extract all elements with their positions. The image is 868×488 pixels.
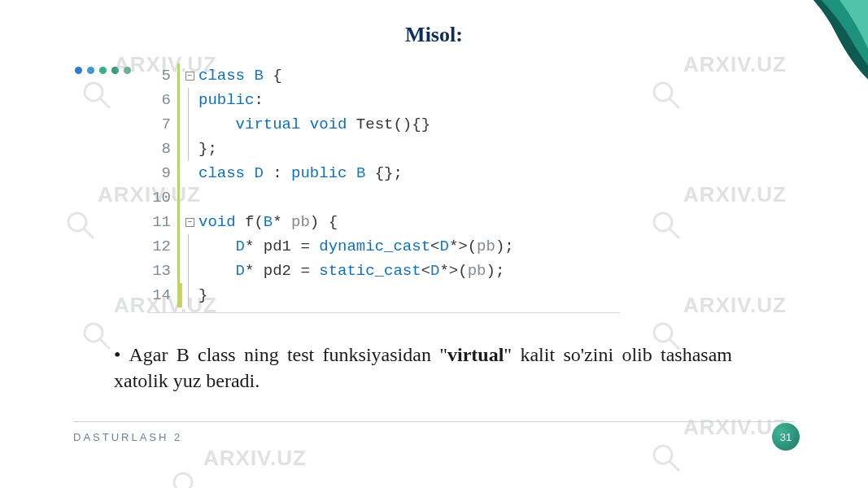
watermark-text: ARXIV.UZ bbox=[683, 415, 787, 440]
svg-point-14 bbox=[654, 446, 672, 464]
bullet-bold: virtual bbox=[447, 344, 504, 365]
gutter-marker bbox=[176, 283, 184, 307]
code-line: 12 D* pd1 = dynamic_cast<D*>(pb); bbox=[148, 234, 652, 259]
svg-point-0 bbox=[85, 83, 103, 101]
line-number: 8 bbox=[148, 140, 176, 158]
magnifier-icon bbox=[63, 208, 98, 242]
fold-toggle-icon: − bbox=[184, 210, 195, 234]
footer-label: DASTURLASH 2 bbox=[73, 431, 182, 443]
magnifier-icon bbox=[649, 208, 683, 242]
code-line: 6public: bbox=[148, 88, 652, 112]
fold-guide bbox=[184, 112, 195, 137]
gutter-marker bbox=[176, 137, 184, 161]
watermark-text: ARXIV.UZ bbox=[203, 446, 307, 471]
watermark-text: ARXIV.UZ bbox=[683, 293, 787, 318]
corner-decoration bbox=[656, 0, 868, 146]
code-text: }; bbox=[195, 140, 217, 158]
svg-line-5 bbox=[84, 229, 93, 237]
magnifier-icon bbox=[80, 319, 114, 353]
gutter-marker bbox=[176, 112, 184, 137]
svg-line-15 bbox=[670, 461, 678, 470]
code-text: } bbox=[195, 286, 207, 304]
magnifier-icon bbox=[80, 78, 114, 112]
gutter-marker bbox=[176, 88, 184, 112]
gutter-marker bbox=[176, 161, 184, 185]
code-text: D* pd1 = dynamic_cast<D*>(pb); bbox=[195, 237, 514, 255]
code-line: 7 virtual void Test(){} bbox=[148, 112, 652, 137]
magnifier-icon bbox=[169, 468, 203, 488]
code-text: virtual void Test(){} bbox=[195, 115, 430, 133]
fold-empty bbox=[184, 161, 195, 185]
gutter-marker bbox=[176, 259, 184, 283]
gutter-marker bbox=[176, 210, 184, 234]
svg-line-1 bbox=[100, 98, 109, 107]
code-line: 10 bbox=[148, 185, 652, 210]
code-line: 14} bbox=[148, 283, 652, 307]
fold-guide bbox=[184, 259, 195, 283]
fold-empty bbox=[184, 185, 195, 210]
svg-point-8 bbox=[85, 324, 103, 342]
code-block: 5−class B {6public:7 virtual void Test()… bbox=[148, 63, 652, 307]
line-number: 14 bbox=[148, 286, 176, 304]
line-number: 6 bbox=[148, 91, 176, 109]
bullet-pre: Agar B class ning test funksiyasidan " bbox=[129, 344, 447, 365]
code-line: 5−class B { bbox=[148, 63, 652, 88]
code-line: 8}; bbox=[148, 137, 652, 161]
line-number: 10 bbox=[148, 189, 176, 207]
gutter-marker bbox=[176, 63, 184, 88]
explanation-text: •Agar B class ning test funksiyasidan "v… bbox=[114, 342, 732, 394]
magnifier-icon bbox=[649, 441, 683, 475]
svg-point-4 bbox=[68, 213, 86, 231]
code-text: class B { bbox=[195, 67, 282, 85]
code-line: 13 D* pd2 = static_cast<D*>(pb); bbox=[148, 259, 652, 283]
gutter-marker bbox=[176, 185, 184, 210]
code-text: void f(B* pb) { bbox=[195, 213, 338, 231]
gutter-marker bbox=[176, 234, 184, 259]
svg-point-6 bbox=[654, 213, 672, 231]
svg-line-7 bbox=[670, 229, 678, 237]
decorative-dots bbox=[75, 67, 131, 74]
svg-point-12 bbox=[174, 473, 192, 488]
code-bottom-rule bbox=[148, 312, 620, 313]
fold-guide bbox=[184, 88, 195, 112]
fold-guide bbox=[184, 234, 195, 259]
svg-line-9 bbox=[100, 339, 109, 348]
fold-guide bbox=[184, 137, 195, 161]
code-text: public: bbox=[195, 91, 264, 109]
line-number: 13 bbox=[148, 262, 176, 280]
code-line: 11−void f(B* pb) { bbox=[148, 210, 652, 234]
fold-guide bbox=[184, 283, 195, 307]
line-number: 5 bbox=[148, 67, 176, 85]
line-number: 7 bbox=[148, 115, 176, 133]
watermark-text: ARXIV.UZ bbox=[683, 182, 787, 207]
page-number-badge: 31 bbox=[772, 423, 800, 451]
line-number: 11 bbox=[148, 213, 176, 231]
line-number: 12 bbox=[148, 237, 176, 255]
code-text: D* pd2 = static_cast<D*>(pb); bbox=[195, 262, 504, 280]
line-number: 9 bbox=[148, 164, 176, 182]
fold-toggle-icon: − bbox=[184, 63, 195, 88]
code-line: 9class D : public B {}; bbox=[148, 161, 652, 185]
code-text: class D : public B {}; bbox=[195, 164, 403, 182]
svg-point-10 bbox=[654, 324, 672, 342]
footer-rule bbox=[73, 421, 795, 422]
